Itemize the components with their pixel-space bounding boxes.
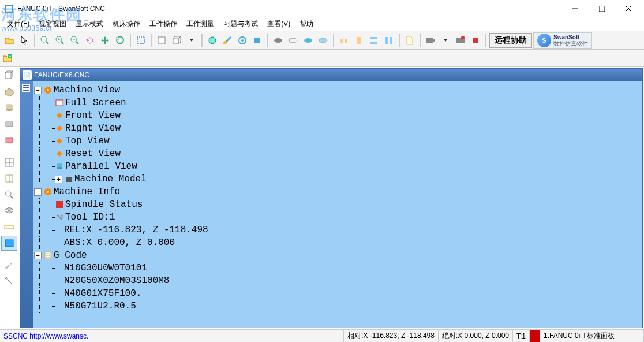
select-region-button[interactable]: [134, 34, 148, 47]
tree-node-full-screen[interactable]: Full Screen: [34, 96, 641, 109]
svg-point-58: [47, 89, 49, 91]
tree-node-parallel-view[interactable]: Parallel View: [34, 160, 641, 173]
sidebar-part1-button[interactable]: [1, 117, 17, 132]
tree-node-top-view[interactable]: Top View: [34, 135, 641, 147]
tree-label: Top View: [65, 136, 110, 146]
menu-workpiece-measure[interactable]: 工件测量: [182, 17, 219, 31]
dropdown-arrow-button[interactable]: [185, 34, 199, 47]
sidebar-book-button[interactable]: [1, 171, 17, 186]
tree-node-right-view[interactable]: Right View: [34, 122, 641, 135]
transparent-view-button[interactable]: [316, 34, 330, 47]
toolbar-separator: [130, 34, 131, 47]
solid-view-button[interactable]: [271, 34, 285, 47]
tool-1-button[interactable]: [205, 34, 219, 47]
menu-workpiece-op[interactable]: 工件操作: [145, 17, 182, 31]
tree-node-machine-info[interactable]: − Machine Info: [34, 185, 641, 198]
sidebar-zoom-button[interactable]: [1, 187, 17, 202]
tool-3-button[interactable]: [235, 34, 249, 47]
tree-label: Spindle Status: [65, 199, 143, 210]
tree-node-reset-view[interactable]: Reset View: [34, 147, 641, 160]
tree-node-gcode-line[interactable]: N20G50X0Z0M03S100M8: [34, 274, 641, 287]
cylinder-icon: [55, 162, 64, 171]
camera-button[interactable]: [424, 34, 437, 47]
record-button[interactable]: [454, 34, 467, 47]
stop-record-button[interactable]: [469, 34, 482, 47]
tool-4-button[interactable]: [250, 34, 264, 47]
menu-file[interactable]: 文件(F): [2, 17, 34, 31]
sidebar-panel-button[interactable]: [1, 236, 17, 251]
maximize-button[interactable]: [589, 1, 615, 17]
tree-node-spindle-status[interactable]: Spindle Status: [34, 198, 641, 211]
tree-node-gcode-line[interactable]: N40G01X75F100.: [34, 287, 641, 300]
sidebar-cube-button[interactable]: [1, 68, 17, 83]
tree-label: Machine Model: [74, 174, 147, 184]
tree-label: Full Screen: [65, 98, 126, 108]
tree-panel[interactable]: − Machine View Full Screen Front View: [33, 81, 642, 328]
toolbar-separator: [201, 34, 203, 47]
sidebar-cylinder-button[interactable]: [1, 101, 17, 116]
clamp-2-button[interactable]: [352, 34, 366, 47]
pan-button[interactable]: [98, 34, 112, 47]
status-panel-select[interactable]: 1.FANUC 0i-T标准面板: [540, 330, 644, 342]
clamp-3-button[interactable]: [367, 34, 381, 47]
svg-rect-37: [473, 38, 478, 43]
svg-rect-34: [426, 38, 433, 43]
expander-icon[interactable]: −: [34, 87, 42, 94]
main-toolbar: 远程协助 S SwanSoft 数控仿真软件: [0, 31, 644, 50]
tool-2-button[interactable]: [220, 34, 234, 47]
rotate-button[interactable]: [83, 34, 97, 47]
tree-node-front-view[interactable]: Front View: [34, 109, 641, 122]
minimize-button[interactable]: [562, 1, 589, 17]
svg-point-6: [41, 36, 47, 42]
menu-exercises[interactable]: 习题与考试: [219, 17, 263, 31]
status-tool: T:1: [513, 330, 530, 342]
expander-icon[interactable]: −: [34, 252, 42, 259]
menu-view[interactable]: 查看(V): [263, 17, 295, 31]
wireframe-view-button[interactable]: [286, 34, 300, 47]
refresh-button[interactable]: [113, 34, 127, 47]
sidebar-grid-button[interactable]: [1, 155, 17, 170]
status-link[interactable]: SSCNC http://www.swansc.: [0, 330, 92, 342]
tree-node-g-code[interactable]: − G Code: [34, 249, 641, 262]
zoom-out-button[interactable]: [68, 34, 82, 47]
add-folder-button[interactable]: +: [2, 53, 13, 64]
sidebar-ruler-button[interactable]: [1, 220, 17, 235]
close-button[interactable]: [615, 1, 642, 17]
pointer-button[interactable]: [17, 34, 31, 47]
sidebar-wrench-button[interactable]: [1, 258, 17, 273]
open-button[interactable]: [2, 34, 16, 47]
tree-node-machine-model[interactable]: + Machine Model: [34, 173, 641, 185]
menu-display-mode[interactable]: 显示模式: [71, 17, 108, 31]
clamp-4-button[interactable]: [382, 34, 396, 47]
tree-node-abs[interactable]: ABS:X 0.000, Z 0.000: [34, 236, 641, 249]
sidebar-part2-button[interactable]: [1, 133, 17, 148]
shaded-view-button[interactable]: [301, 34, 315, 47]
expander-icon[interactable]: +: [55, 176, 62, 183]
document-button[interactable]: [403, 34, 417, 47]
tree-node-gcode-line[interactable]: N50G71U2.R0.5: [34, 300, 641, 313]
tree-node-gcode-line[interactable]: N10G30U0W0T0101: [34, 262, 641, 274]
svg-point-62: [57, 167, 62, 169]
tree-node-machine-view[interactable]: − Machine View: [34, 84, 641, 96]
dropdown-2-button[interactable]: [439, 34, 452, 47]
tree-node-tool-id[interactable]: Tool ID:1: [34, 211, 641, 224]
window-title: FANUC 0iT - SwanSoft CNC: [17, 5, 562, 13]
clamp-1-button[interactable]: [337, 34, 351, 47]
menu-help[interactable]: 帮助: [295, 17, 318, 31]
tree-node-rel[interactable]: REL:X -116.823, Z -118.498: [34, 224, 641, 236]
sidebar-tool-button[interactable]: [1, 274, 17, 289]
sidebar-box-button[interactable]: [1, 84, 17, 99]
zoom-in-button[interactable]: [53, 34, 67, 47]
view-3d-button[interactable]: [170, 34, 184, 47]
remote-assist-button[interactable]: 远程协助: [489, 33, 532, 48]
menu-machine-op[interactable]: 机床操作: [108, 17, 145, 31]
expander-icon[interactable]: −: [34, 188, 42, 196]
view-icon: [55, 149, 64, 158]
sidebar-layer-button[interactable]: [1, 203, 17, 218]
zoom-button[interactable]: [38, 34, 52, 47]
menu-window-view[interactable]: 视窗视图: [34, 17, 71, 31]
gcode-text: N50G71U2.R0.5: [64, 301, 136, 311]
code-icon: [43, 251, 53, 260]
tree-vertical-tab[interactable]: [20, 81, 33, 328]
view-2d-button[interactable]: [155, 34, 169, 47]
